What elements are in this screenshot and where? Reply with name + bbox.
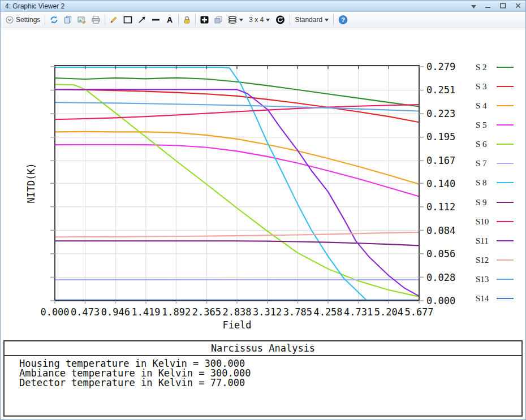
- x-tick-label: 5.677: [404, 306, 433, 318]
- legend-swatch: [497, 67, 514, 68]
- stack-icon: [228, 16, 237, 24]
- legend-swatch: [497, 298, 514, 299]
- print-icon: [92, 16, 100, 24]
- refresh-icon: [50, 16, 58, 24]
- x-tick-label: 0.946: [101, 306, 130, 318]
- style-select-button[interactable]: Standard: [292, 13, 331, 27]
- y-tick-label: 0.112: [426, 201, 455, 213]
- legend-swatch: [497, 221, 514, 222]
- print-button[interactable]: [89, 13, 103, 27]
- legend-swatch: [497, 202, 514, 203]
- copy-button[interactable]: [61, 13, 75, 27]
- legend-label: S14: [476, 293, 489, 303]
- legend-swatch: [497, 124, 514, 125]
- separator: [333, 14, 334, 25]
- legend-label: S 4: [476, 101, 487, 111]
- legend-label: S 9: [476, 197, 487, 207]
- x-tick-label: 2.838: [222, 306, 251, 318]
- save-image-button[interactable]: [75, 13, 89, 27]
- lock-button[interactable]: [180, 13, 193, 27]
- caret-down-icon: [239, 19, 243, 21]
- legend-label: S 3: [476, 82, 487, 92]
- settings-label: Settings: [16, 16, 40, 24]
- y-tick-label: 0.279: [426, 61, 455, 72]
- separator: [290, 14, 290, 25]
- help-button[interactable]: ?: [335, 13, 351, 27]
- x-tick-label: 5.204: [374, 306, 403, 318]
- x-tick-label: 1.892: [162, 306, 191, 318]
- window-title: 4: Graphic Viewer 2: [5, 2, 64, 10]
- maximize-icon: [500, 2, 506, 10]
- chevron-circle-icon: [6, 16, 14, 24]
- separator: [178, 14, 179, 25]
- legend-label: S13: [476, 274, 489, 284]
- toolbar: Settings A: [1, 12, 525, 28]
- minimize-button[interactable]: [485, 2, 491, 10]
- caret-down-icon: [266, 19, 270, 21]
- legend-swatch: [497, 259, 514, 261]
- expand-icon: [200, 16, 209, 24]
- expand-button[interactable]: [197, 13, 212, 27]
- reset-icon: [275, 15, 285, 24]
- draw-arrow-button[interactable]: [135, 13, 149, 27]
- help-icon: ?: [338, 15, 348, 24]
- y-tick-label: 0.195: [426, 131, 455, 142]
- info-panel-title: Narcissus Analysis: [5, 341, 521, 356]
- draw-line-button[interactable]: [149, 13, 163, 27]
- legend-label: S11: [476, 236, 489, 245]
- draw-rectangle-button[interactable]: [120, 13, 135, 27]
- x-tick-label: 4.258: [313, 306, 342, 318]
- legend-swatch: [497, 86, 514, 87]
- svg-text:A: A: [167, 16, 173, 24]
- y-axis-label: NITD(K): [25, 163, 37, 203]
- separator: [45, 14, 45, 25]
- y-tick-label: 0.000: [426, 295, 455, 306]
- separator: [195, 14, 196, 25]
- layers-button[interactable]: [212, 13, 225, 27]
- maximize-button[interactable]: [500, 2, 506, 10]
- legend-swatch: [497, 240, 514, 241]
- titlebar-dropdown-button[interactable]: [471, 2, 476, 10]
- close-button[interactable]: [515, 2, 521, 10]
- x-tick-label: 3.785: [283, 306, 312, 318]
- settings-button[interactable]: Settings: [3, 13, 43, 27]
- legend-swatch: [497, 144, 514, 145]
- y-tick-label: 0.028: [426, 272, 455, 283]
- x-tick-label: 4.731: [344, 306, 373, 318]
- separator: [105, 14, 105, 25]
- grid-size-label: 3 x 4: [249, 16, 264, 24]
- y-tick-label: 0.167: [426, 155, 455, 166]
- y-tick-label: 0.056: [426, 248, 455, 259]
- x-tick-label: 0.473: [71, 306, 100, 318]
- legend-label: S10: [476, 217, 489, 226]
- x-tick-label: 0.000: [40, 306, 69, 318]
- svg-text:?: ?: [341, 16, 345, 23]
- info-panel: Narcissus Analysis Housing temperature i…: [3, 340, 523, 417]
- y-tick-label: 0.084: [426, 225, 455, 236]
- draw-pencil-button[interactable]: [107, 13, 120, 27]
- refresh-button[interactable]: [47, 13, 61, 27]
- plot-area[interactable]: [46, 60, 428, 309]
- x-axis-label: Field: [222, 319, 251, 331]
- grid-size-button[interactable]: 3 x 4: [246, 13, 273, 27]
- y-tick-label: 0.223: [426, 108, 455, 119]
- text-tool-button[interactable]: A: [163, 13, 176, 27]
- legend-label: S 2: [476, 63, 487, 72]
- legend-label: S 7: [476, 159, 487, 168]
- lock-icon: [183, 16, 191, 24]
- stack-button[interactable]: [225, 13, 246, 27]
- y-tick-label: 0.251: [426, 84, 455, 96]
- legend-swatch: [497, 105, 514, 106]
- legend-swatch: [497, 182, 514, 183]
- reset-button[interactable]: [273, 13, 288, 27]
- info-line: Detector temperature in Kelvin = 77.000: [19, 378, 521, 388]
- close-icon: [515, 2, 521, 10]
- info-panel-body: Housing temperature in Kelvin = 300.000 …: [5, 356, 521, 388]
- legend-label: S 6: [476, 140, 487, 149]
- text-icon: A: [166, 16, 174, 24]
- arrow-icon: [138, 16, 146, 24]
- x-tick-label: 1.419: [131, 306, 160, 318]
- legend-label: S12: [476, 255, 489, 265]
- copy-icon: [64, 16, 72, 24]
- legend-label: S 5: [476, 120, 487, 130]
